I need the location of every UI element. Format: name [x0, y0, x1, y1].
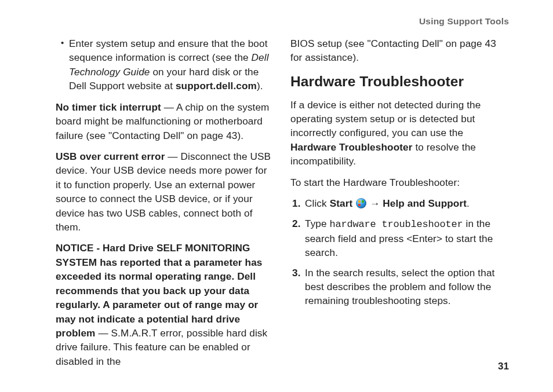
step-3: In the search results, select the option… [290, 266, 509, 308]
body-text: Enter system setup and ensure that the b… [69, 38, 268, 63]
left-column: Enter system setup and ensure that the b… [56, 36, 274, 375]
paragraph-lead-in: To start the Hardware Troubleshooter: [290, 175, 509, 189]
body-text: — Disconnect the USB device. Your USB de… [56, 151, 271, 233]
right-column: BIOS setup (see "Contacting Dell" on pag… [290, 36, 509, 375]
running-header: Using Support Tools [419, 15, 509, 28]
body-text: . [467, 197, 470, 209]
bullet-boot-sequence: Enter system setup and ensure that the b… [56, 36, 274, 93]
numbered-steps: Click Start → Help and Support. Type har… [290, 196, 509, 308]
body-text: In the search results, select the option… [305, 267, 494, 307]
page-number: 31 [498, 360, 509, 373]
paragraph-no-timer: No timer tick interrupt — A chip on the … [56, 100, 274, 142]
error-name: No timer tick interrupt [56, 101, 161, 113]
manual-page: Using Support Tools Enter system setup a… [0, 0, 553, 392]
section-heading: Hardware Troubleshooter [290, 72, 509, 92]
body-text: Click [305, 197, 330, 209]
two-column-layout: Enter system setup and ensure that the b… [56, 36, 509, 375]
arrow-text: → [367, 197, 383, 209]
notice-text: NOTICE - Hard Drive SELF MONITORING SYST… [56, 242, 262, 339]
code-text: hardware troubleshooter [330, 219, 463, 230]
paragraph-intro: If a device is either not detected durin… [290, 98, 509, 168]
paragraph-continuation: BIOS setup (see "Contacting Dell" on pag… [290, 36, 509, 65]
bold-url: support.dell.com [176, 80, 257, 91]
paragraph-smart-notice: NOTICE - Hard Drive SELF MONITORING SYST… [56, 241, 274, 368]
body-text [352, 197, 355, 209]
ui-label-start: Start [330, 197, 353, 209]
windows-start-icon [356, 198, 366, 208]
body-text: If a device is either not detected durin… [290, 99, 481, 139]
bold-term: Hardware Troubleshooter [290, 141, 413, 153]
step-1: Click Start → Help and Support. [290, 196, 509, 210]
body-text: ). [257, 80, 263, 91]
paragraph-usb-error: USB over current error — Disconnect the … [56, 149, 274, 235]
error-name: USB over current error [56, 151, 165, 162]
body-text: Type [305, 218, 330, 229]
step-2: Type hardware troubleshooter in the sear… [290, 217, 509, 260]
ui-label-help: Help and Support [383, 197, 467, 209]
